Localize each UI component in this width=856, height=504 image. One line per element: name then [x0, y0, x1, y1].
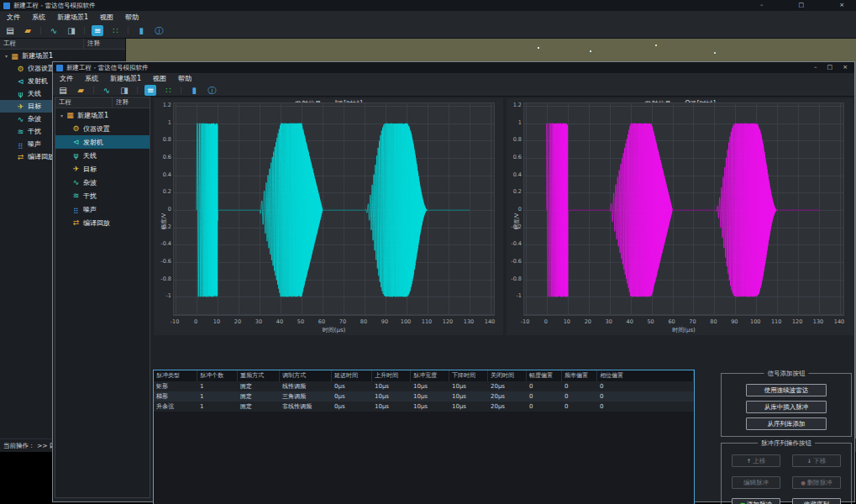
panel-icon[interactable]: ▮ [135, 25, 147, 36]
x-tick-label: 120 [792, 318, 802, 325]
tree-item-杂波[interactable]: ∿杂波 [55, 176, 150, 189]
pulse-table-header-cell[interactable]: 调制方式 [280, 370, 332, 381]
tree-item-目标[interactable]: ✈目标 [55, 162, 150, 176]
menu-item[interactable]: 文件 [7, 13, 20, 22]
table-row[interactable]: 矩形1固定线性调频0μs10μs10μs10μs20μs000 [154, 381, 694, 391]
button-从序列库添加[interactable]: 从序列库添加 [746, 417, 827, 430]
waveform-icon[interactable]: ∿ [101, 85, 113, 96]
chart-panel-q: 发射信号——Q路[时域]幅度/V1.210.80.60.40.20-0.2-0.… [507, 98, 853, 335]
list-view-icon[interactable]: ≡ [92, 25, 103, 36]
menu-item[interactable]: 帮助 [178, 74, 192, 83]
table-cell: 0 [527, 391, 562, 402]
info-icon[interactable]: ⓘ [206, 85, 218, 96]
menu-item[interactable]: 新建场景1 [57, 13, 88, 22]
menu-item[interactable]: 视图 [153, 74, 166, 83]
pulse-table-header-cell[interactable]: 下降时间 [449, 370, 488, 381]
pulse-table-header-cell[interactable]: 脉冲个数 [197, 370, 238, 381]
table-cell: 0 [527, 402, 562, 412]
tree-item-干扰[interactable]: ≋干扰 [55, 189, 150, 202]
menu-item[interactable]: 文件 [60, 74, 73, 83]
pulse-table-header-cell[interactable]: 重频方式 [238, 370, 280, 381]
waveform-canvas[interactable] [174, 103, 494, 315]
list-view-icon[interactable]: ≡ [144, 85, 156, 96]
new-file-icon[interactable]: ▤ [4, 25, 16, 36]
maximize-button[interactable]: □ [799, 0, 805, 11]
table-cell: 10μs [372, 381, 411, 391]
target-plane-icon: ✈ [71, 165, 81, 173]
minimize-button[interactable]: – [760, 0, 764, 11]
pulse-table-header-cell[interactable]: 脉冲宽度 [411, 370, 449, 381]
export-icon[interactable]: ◨ [118, 85, 130, 96]
table-cell: 10μs [372, 402, 411, 412]
export-icon[interactable]: ◨ [66, 25, 77, 36]
tree-root-item[interactable]: ▾▦新建场景1 [55, 108, 150, 122]
button-使用连续波雷达[interactable]: 使用连续波雷达 [746, 384, 827, 396]
tree-root-item[interactable]: ▾▦新建场景1 [0, 50, 125, 62]
x-tick-label: -10 [171, 318, 180, 325]
x-tick-label: 30 [606, 318, 612, 325]
pulse-table-header-cell[interactable]: 脉冲类型 [154, 370, 197, 381]
desktop: 新建工程 - 雷达信号模拟软件 –□× 文件系统新建场景1视图帮助 ▤▰|∿◨|… [0, 0, 856, 504]
open-folder-icon[interactable]: ▰ [22, 25, 34, 36]
table-cell: 0μs [332, 402, 372, 412]
pulse-table-header-cell[interactable]: 相位偏置 [597, 370, 694, 381]
menu-item[interactable]: 系统 [85, 74, 98, 83]
tree-item-仪器设置[interactable]: ⚙仪器设置 [55, 122, 150, 135]
replay-icon: ⇄ [71, 218, 81, 227]
table-cell: 0 [527, 381, 562, 391]
pulse-table-header-cell[interactable]: 关闭时间 [488, 370, 527, 381]
tree-item-编译回放[interactable]: ⇄编译回放 [55, 216, 150, 229]
open-folder-icon[interactable]: ▰ [75, 85, 87, 96]
button-收藏序列[interactable]: 收藏序列 [792, 498, 841, 504]
tree-item-label: 发射机 [83, 138, 103, 147]
info-icon[interactable]: ⓘ [153, 25, 165, 36]
pulse-table-header-cell[interactable]: 上升时间 [372, 370, 411, 381]
button-从库中插入脉冲[interactable]: 从库中插入脉冲 [746, 401, 827, 413]
x-tick-label: 10 [564, 318, 570, 325]
table-cell: 非线性调频 [280, 402, 332, 412]
gear-icon: ⚙ [16, 65, 25, 73]
panel-icon[interactable]: ▮ [188, 85, 200, 96]
close-button[interactable]: × [843, 62, 848, 73]
fg-titlebar: 新建工程 - 雷达信号模拟软件 –□× [53, 62, 854, 73]
button-上移[interactable]: ↑上移 [732, 454, 780, 467]
button-添加脉冲[interactable]: ■添加脉冲 [732, 498, 780, 504]
tree-column-project: 工程 [55, 97, 113, 108]
button-编辑脉冲[interactable]: 编辑脉冲 [732, 476, 780, 489]
menu-item[interactable]: 视图 [100, 13, 113, 22]
fg-toolbar: ▤▰|∿◨|≡∷|▮ⓘ [53, 84, 854, 97]
tree-item-天线[interactable]: ψ天线 [55, 149, 150, 162]
waveform-canvas[interactable] [524, 103, 843, 315]
menu-item[interactable]: 新建场景1 [110, 74, 141, 83]
menu-item[interactable]: 系统 [32, 13, 45, 22]
menu-item[interactable]: 帮助 [125, 13, 139, 22]
clutter-icon: ∿ [71, 178, 81, 186]
plot-area[interactable] [173, 102, 495, 316]
minimize-button[interactable]: – [814, 62, 817, 73]
waveform-icon[interactable]: ∿ [48, 25, 60, 36]
plot-area[interactable] [523, 102, 844, 316]
button-label: 删除脉冲 [807, 479, 832, 486]
table-row[interactable]: 升余弦1固定非线性调频0μs10μs10μs10μs20μs000 [154, 402, 694, 412]
tree-item-噪声[interactable]: ⣶噪声 [55, 202, 150, 216]
tree-expander-icon[interactable]: ▾ [5, 53, 8, 59]
pulse-table-header-cell[interactable]: 延迟时间 [332, 370, 372, 381]
grid-dots-icon[interactable]: ∷ [109, 25, 121, 36]
pulse-ops-group-title: 脉冲序列操作按钮 [758, 439, 815, 448]
app-icon [56, 65, 63, 71]
close-button[interactable]: × [839, 0, 844, 11]
button-下移[interactable]: ↓下移 [792, 454, 841, 467]
table-cell: 10μs [449, 381, 488, 391]
grid-dots-icon[interactable]: ∷ [162, 85, 174, 96]
pulse-table-header-cell[interactable]: 频率偏置 [562, 370, 597, 381]
new-file-icon[interactable]: ▤ [57, 85, 69, 96]
transmitter-icon: ⊲ [71, 138, 81, 146]
tree-expander-icon[interactable]: ▾ [60, 113, 63, 118]
table-row[interactable]: 梯形1固定三角调频0μs10μs10μs10μs20μs000 [154, 391, 694, 402]
pulse-table-header-cell[interactable]: 幅度偏置 [527, 370, 562, 381]
tree-item-发射机[interactable]: ⊲发射机 [55, 135, 150, 149]
tree-item-label: 噪声 [28, 139, 41, 149]
window-title: 新建工程 - 雷达信号模拟软件 [13, 2, 95, 10]
button-删除脉冲[interactable]: ●删除脉冲 [792, 476, 841, 489]
maximize-button[interactable]: □ [827, 62, 833, 73]
